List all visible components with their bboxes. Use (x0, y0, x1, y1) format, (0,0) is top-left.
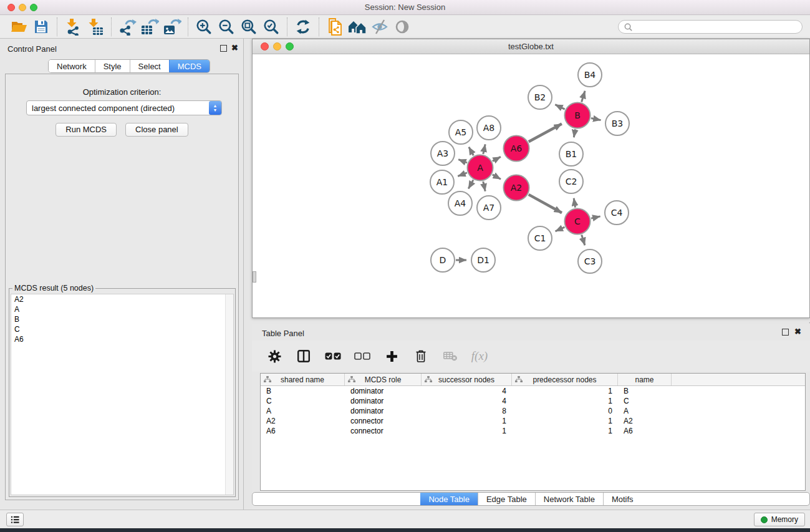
graph-node-label: A8 (483, 123, 494, 133)
table-cell: connector (345, 416, 422, 426)
zoom-in-button[interactable] (193, 17, 215, 37)
tab-style[interactable]: Style (95, 60, 130, 72)
table-row-a[interactable]: Adominator80A (261, 406, 805, 416)
node-table: shared nameMCDS rolesuccessor nodesprede… (260, 373, 806, 491)
hide-details-button[interactable] (369, 17, 391, 37)
graph-node-label: B1 (566, 149, 577, 159)
export-table-button[interactable] (138, 17, 161, 37)
graph-edge-A-A5[interactable] (469, 147, 473, 156)
network-window-titlebar: testGlobe.txt (253, 39, 809, 54)
import-table-button[interactable] (84, 17, 107, 37)
table-row-c[interactable]: Cdominator41C (261, 396, 805, 406)
toolbar-separator (57, 17, 57, 36)
control-panel-float-button[interactable] (220, 45, 227, 52)
refresh-layout-button[interactable] (292, 17, 314, 37)
graph-edge-B-B4[interactable] (582, 91, 586, 102)
graph-edge-A-A4[interactable] (468, 180, 473, 189)
table-cell: 4 (422, 386, 512, 396)
mcds-result-item-c[interactable]: C (11, 324, 233, 334)
add-column-button[interactable] (383, 347, 400, 365)
graph-edge-C-C2[interactable] (574, 198, 575, 208)
select-stepper-icon: ▲▼ (209, 101, 221, 115)
toolbar-separator (111, 17, 112, 36)
table-row-a2[interactable]: A2connector11A2 (261, 416, 805, 426)
select-all-button[interactable] (324, 347, 342, 365)
tab-network[interactable]: Network (49, 60, 95, 72)
table-settings-button[interactable] (266, 347, 283, 365)
table-cell: 1 (512, 426, 618, 436)
memory-button[interactable]: Memory (754, 513, 805, 526)
show-details-button[interactable] (391, 17, 413, 37)
mcds-result-item-a2[interactable]: A2 (11, 294, 233, 304)
graph-edge-A-A7[interactable] (483, 181, 485, 191)
graph-edge-C-C1[interactable] (556, 227, 565, 231)
column-header-name[interactable]: name (618, 374, 672, 385)
function-builder-icon: f(x) (471, 349, 488, 363)
export-image-button[interactable] (161, 17, 183, 37)
mcds-result-item-a6[interactable]: A6 (11, 334, 233, 344)
tab-edge-table[interactable]: Edge Table (478, 493, 535, 505)
export-network-button[interactable] (116, 17, 138, 37)
column-header-predecessor-nodes[interactable]: predecessor nodes (512, 374, 618, 385)
save-session-button[interactable] (30, 17, 52, 37)
mcds-result-item-a[interactable]: A (11, 304, 233, 314)
unchecked-boxes-icon (354, 352, 370, 360)
table-panel-close-button[interactable]: ✖ (794, 327, 801, 337)
network-canvas[interactable]: B4B2BB3A8A5A6A3B1AA1C2A2A4A7C4CC1C3DD1 (253, 54, 809, 317)
graph-edge-A-A2[interactable] (493, 175, 501, 179)
copy-document-button[interactable] (324, 17, 346, 37)
home-overview-button[interactable] (346, 17, 369, 37)
open-session-button[interactable] (7, 17, 30, 37)
optimization-select[interactable]: largest connected component (directed) ▲… (26, 100, 222, 115)
delete-table-button[interactable] (441, 347, 459, 365)
graph-node-label: B2 (534, 92, 546, 102)
graph-edge-A-A6[interactable] (493, 157, 501, 161)
memory-label: Memory (771, 515, 798, 524)
graph-edge-B-B1[interactable] (574, 129, 575, 137)
delete-column-button[interactable] (412, 347, 430, 365)
tab-network-table[interactable]: Network Table (535, 493, 603, 505)
task-history-button[interactable] (6, 513, 24, 526)
mcds-result-item-b[interactable]: B (11, 314, 233, 324)
split-columns-button[interactable] (295, 347, 312, 365)
zoom-out-button[interactable] (215, 17, 238, 37)
graph-edge-B-B2[interactable] (555, 105, 564, 110)
tab-select[interactable]: Select (130, 60, 169, 72)
import-network-button[interactable] (62, 17, 84, 37)
column-header-successor-nodes[interactable]: successor nodes (422, 374, 512, 385)
tab-node-table[interactable]: Node Table (420, 493, 478, 505)
list-scrollbar[interactable] (225, 294, 233, 495)
eye-slash-icon (371, 19, 388, 35)
graph-edge-C-C3[interactable] (582, 235, 585, 246)
graph-edge-A-A1[interactable] (458, 173, 467, 177)
table-toolbar: f(x) (252, 341, 810, 372)
function-builder-button[interactable]: f(x) (471, 347, 488, 365)
splitpane-grip[interactable] (253, 271, 256, 283)
zoom-selected-button[interactable] (260, 17, 282, 37)
deselect-all-button[interactable] (354, 347, 371, 365)
node-table-header: shared nameMCDS rolesuccessor nodesprede… (261, 374, 805, 386)
table-panel-float-button[interactable] (782, 329, 789, 336)
graph-edge-A6-B[interactable] (529, 124, 562, 142)
close-panel-button[interactable]: Close panel (125, 123, 188, 137)
graph-edge-A2-C[interactable] (529, 195, 562, 213)
run-mcds-button[interactable]: Run MCDS (55, 123, 117, 137)
column-header-MCDS-role[interactable]: MCDS role (345, 374, 422, 385)
table-cell: C (261, 396, 345, 406)
refresh-icon (295, 19, 311, 35)
tab-mcds[interactable]: MCDS (169, 60, 210, 72)
graph-edge-B-B3[interactable] (591, 118, 601, 120)
column-header-shared-name[interactable]: shared name (261, 374, 345, 385)
graph-edge-A-A3[interactable] (458, 160, 467, 163)
zoom-fit-button[interactable] (238, 17, 260, 37)
tab-motifs[interactable]: Motifs (603, 493, 642, 505)
graph-edge-C-C4[interactable] (591, 216, 600, 218)
table-row-a6[interactable]: A6connector11A6 (261, 426, 805, 436)
search-input[interactable] (636, 22, 797, 31)
table-row-b[interactable]: Bdominator41B (261, 386, 805, 396)
control-panel-close-button[interactable]: ✖ (231, 43, 238, 53)
table-cell: A6 (261, 426, 345, 436)
graph-edge-A-A8[interactable] (483, 144, 485, 154)
search-field[interactable] (618, 20, 803, 34)
window-title: Session: New Session (0, 2, 810, 12)
